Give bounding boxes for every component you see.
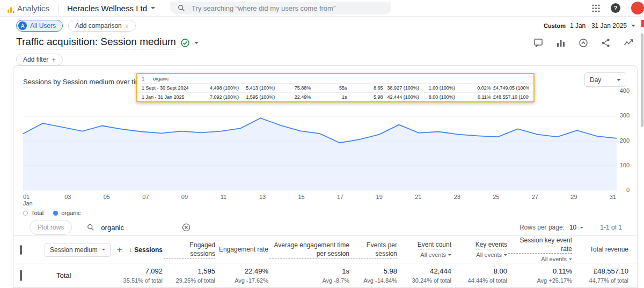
y-axis: 4003002001000: [620, 87, 630, 193]
sparkline-insights-icon[interactable]: [624, 38, 633, 48]
global-search-input[interactable]: Try searching “where did my users come f…: [170, 2, 391, 14]
rows-per-page-select[interactable]: 10: [569, 224, 583, 231]
x-axis-tick: 25: [492, 194, 500, 206]
granularity-value: Day: [590, 76, 601, 84]
date-range-type: Custom: [544, 23, 566, 29]
chart-title: Sessions by Session medium over time: [23, 78, 145, 86]
add-filter-button[interactable]: Add filter +: [16, 54, 63, 65]
legend-total-label: Total: [31, 210, 43, 216]
comparison-bar: A All Users Add comparison + Custom 1 Ja…: [0, 17, 644, 33]
search-icon: [87, 224, 94, 231]
insights-circle-icon[interactable]: [579, 38, 588, 48]
x-axis-tick: 21: [414, 194, 422, 206]
total-key-events-cell: 8.0044.44% of total: [452, 267, 508, 284]
search-icon: [178, 4, 185, 12]
add-comparison-button[interactable]: Add comparison +: [68, 20, 136, 32]
tooltip-row-index: 1: [142, 76, 144, 82]
column-header-key-events[interactable]: Key events All events: [452, 240, 508, 259]
column-header-session-key-event-rate[interactable]: Session key event rate All events: [508, 236, 573, 263]
total-events-per-session-cell: 5.98Avg -14.84%: [350, 267, 398, 284]
total-row-checkbox[interactable]: [20, 270, 22, 281]
y-axis-tick: 300: [620, 112, 630, 119]
report-header: Traffic acquisition: Session medium: [0, 33, 644, 50]
legend-organic[interactable]: organic: [53, 210, 80, 216]
analytics-logo-icon: [8, 7, 14, 13]
notes-icon[interactable]: [533, 38, 543, 48]
x-axis-tick: 27: [531, 194, 539, 206]
clear-search-icon[interactable]: [182, 223, 191, 232]
tooltip-row: 1 Sept - 30 Sept 2024 4,498 (100%) 5,413…: [137, 83, 533, 92]
legend-total[interactable]: Total: [23, 210, 43, 216]
plot-rows-button[interactable]: Plot rows: [30, 220, 72, 235]
y-axis-tick: 0: [626, 187, 630, 193]
chevron-down-icon: [151, 7, 155, 9]
page-title[interactable]: Traffic acquisition: Session medium: [16, 36, 176, 49]
column-header-sessions[interactable]: ↓Sessions: [111, 246, 164, 254]
scrollbar[interactable]: [641, 33, 643, 127]
total-engaged-sessions-cell: 1,59529.25% of total: [164, 267, 216, 284]
add-filter-label: Add filter: [23, 56, 48, 63]
search-placeholder: Try searching “where did my users come f…: [192, 4, 335, 12]
legend-organic-swatch: [53, 211, 58, 216]
column-header-engagement-rate[interactable]: Engagement rate: [216, 245, 269, 254]
column-header-engaged-sessions[interactable]: Engaged sessions: [164, 241, 216, 259]
total-engagement-rate-cell: 22.49%Avg -17.62%: [216, 267, 269, 284]
apps-grid-icon[interactable]: [592, 4, 600, 12]
audience-badge: A: [18, 21, 27, 30]
chart-region: [23, 92, 617, 190]
table-search-value[interactable]: organic: [101, 224, 124, 232]
key-events-filter[interactable]: All events: [476, 251, 507, 259]
event-count-filter[interactable]: All events: [420, 251, 451, 259]
x-axis-tick: 09: [181, 194, 188, 206]
chevron-down-icon[interactable]: [194, 42, 199, 44]
tooltip-row: 1 Jan - 31 Jan 2025 7,092 (100%) 1,595 (…: [137, 92, 533, 101]
y-axis-tick: 400: [620, 87, 630, 94]
help-icon[interactable]: ?: [611, 3, 620, 13]
total-session-key-event-rate-cell: 0.11%Avg +25.17%: [508, 267, 573, 284]
report-card: Sessions by Session medium over time Day…: [13, 65, 638, 288]
total-avg-engagement-time-cell: 1sAvg -8.7%: [269, 267, 350, 284]
chart-legend: Total organic: [23, 210, 80, 216]
x-axis-tick: 07: [142, 194, 149, 206]
product-name: Analytics: [17, 4, 49, 13]
column-header-total-revenue[interactable]: Total revenue: [573, 245, 630, 254]
all-users-label: All Users: [30, 22, 56, 29]
date-range-value: 1 Jan - 31 Jan 2025: [570, 22, 627, 29]
y-axis-tick: 100: [620, 162, 630, 168]
account-selector[interactable]: Heracles Wellness Ltd: [58, 4, 155, 13]
x-axis-tick: 17: [336, 194, 344, 206]
sessions-line-chart[interactable]: [23, 92, 617, 190]
column-header-events-per-session[interactable]: Events per session: [350, 241, 398, 259]
plus-icon: +: [125, 22, 129, 30]
granularity-select[interactable]: Day: [584, 72, 626, 87]
chevron-down-icon: [102, 249, 105, 250]
select-all-checkbox[interactable]: [20, 245, 22, 255]
share-icon[interactable]: [601, 38, 611, 48]
chevron-down-icon: [569, 259, 572, 260]
legend-organic-label: organic: [61, 210, 80, 216]
date-range-picker[interactable]: Custom 1 Jan - 31 Jan 2025: [544, 22, 635, 29]
x-axis-tick: 03: [64, 194, 71, 206]
dimension-selector[interactable]: Session medium: [45, 243, 111, 257]
total-revenue-cell: £48,557.1044.77% of total: [573, 267, 630, 284]
chart-tooltip: 1 organic 1 Sept - 30 Sept 2024 4,498 (1…: [136, 73, 535, 102]
table-total-row: Total 7,09235.51% of total 1,59529.25% o…: [13, 263, 637, 288]
table-search[interactable]: organic: [87, 223, 191, 232]
column-header-avg-engagement-time[interactable]: Average engagement time per session: [269, 241, 350, 259]
table-header-row: Session medium + ↓Sessions Engaged sessi…: [13, 235, 637, 263]
topbar: Analytics Heracles Wellness Ltd Try sear…: [0, 0, 644, 17]
analytics-logo[interactable]: Analytics: [8, 4, 49, 13]
chevron-down-icon: [580, 227, 583, 228]
data-quality-check-icon[interactable]: [181, 39, 189, 47]
tooltip-dimension: organic: [153, 76, 169, 82]
total-event-count-cell: 42,44430.24% of total: [398, 267, 452, 284]
x-axis-tick: 13: [259, 194, 266, 206]
all-users-chip[interactable]: A All Users: [16, 20, 63, 32]
user-avatar[interactable]: [631, 2, 644, 14]
x-axis-tick: 23: [453, 194, 461, 206]
session-key-event-rate-filter[interactable]: All events: [541, 255, 572, 263]
x-axis: 01Jan030507091113151719212325272931: [23, 194, 617, 206]
bar-chart-icon[interactable]: [556, 38, 566, 48]
chevron-down-icon: [448, 254, 451, 256]
column-header-event-count[interactable]: Event count All events: [398, 240, 452, 259]
